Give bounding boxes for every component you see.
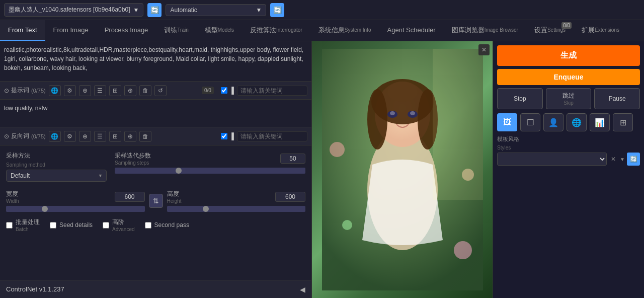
seed-details-checkbox-item[interactable]: Seed details — [50, 221, 93, 229]
tab-from-image[interactable]: From Image — [45, 20, 97, 41]
tab-interrogator-sublabel: Interrogator — [276, 27, 302, 33]
second-pass-checkbox-item[interactable]: Second pass — [145, 221, 189, 229]
model-refresh-button[interactable]: 🔄 — [147, 3, 162, 17]
negative-prompt-label: 反向词 — [11, 132, 29, 140]
scheduler-selector[interactable]: Automatic ▼ — [166, 4, 266, 16]
tab-system-info-sublabel: System Info — [345, 27, 371, 33]
generate-button[interactable]: 生成 — [497, 45, 640, 66]
neg-keyword-input[interactable] — [237, 131, 307, 141]
neg-copy2-icon-button[interactable]: ⊕ — [124, 131, 136, 142]
model-chevron-icon: ▼ — [133, 7, 139, 14]
sampling-method-label: 采样方法 — [6, 152, 107, 160]
pause-button[interactable]: Pause — [594, 88, 640, 109]
model-selector[interactable]: 墨幽人造人_v1040.safetensors [0b9e46a0b0] ▼ — [4, 3, 143, 17]
sampling-steps-value[interactable]: 50 — [280, 154, 305, 164]
styles-select[interactable] — [497, 153, 607, 166]
sampling-row: 采样方法 Sampling method Default Euler DPM++… — [6, 152, 305, 182]
sampling-method-select[interactable]: Default Euler DPM++ 2M — [6, 170, 107, 182]
model-name: 墨幽人造人_v1040.safetensors [0b9e46a0b0] — [9, 6, 130, 14]
tab-extensions[interactable]: 扩展 Extensions — [574, 20, 627, 41]
user-icon-button[interactable]: 👤 — [543, 113, 564, 131]
skip-button[interactable]: 跳过 Skip — [546, 88, 592, 109]
height-slider[interactable] — [167, 206, 306, 212]
layers-icon-button[interactable]: ❐ — [520, 113, 540, 131]
delete-icon-button[interactable]: 🗑 — [139, 85, 151, 96]
tab-train[interactable]: 训练 Train — [156, 20, 196, 41]
prompt-badge: 0/0 — [202, 87, 214, 94]
close-preview-button[interactable]: ✕ — [478, 44, 490, 55]
sampling-steps-group: 采样迭代步数 Sampling steps 50 — [115, 152, 305, 174]
globe-action-icon-button[interactable]: 🌐 — [567, 113, 587, 131]
skip-sublabel: Skip — [564, 100, 573, 106]
advanced-checkbox[interactable] — [103, 222, 109, 229]
seed-details-checkbox[interactable] — [50, 222, 56, 229]
tab-agent-scheduler[interactable]: Agent Scheduler — [379, 20, 444, 41]
tab-settings[interactable]: 设置 Settings 0/0 — [526, 20, 574, 41]
width-slider[interactable] — [6, 206, 145, 212]
negative-prompt-toggle[interactable]: ⊙ 反向词 (0/75) — [4, 132, 46, 140]
tab-interrogator[interactable]: 反推算法 Interrogator — [242, 20, 310, 41]
negative-collapse-icon: ⊙ — [4, 133, 9, 140]
batch-checkbox[interactable] — [6, 222, 13, 229]
tab-process-image[interactable]: Process Image — [97, 20, 156, 41]
svg-point-13 — [342, 220, 352, 230]
tab-image-browser[interactable]: 图库浏览器 Image Browser — [444, 20, 526, 41]
tab-system-info-label: 系统信息 — [318, 26, 345, 35]
template-icon-button[interactable]: ⊞ — [109, 85, 121, 96]
width-value[interactable]: 600 — [115, 192, 145, 202]
styles-label: 模板风格 — [497, 135, 640, 143]
tab-train-sublabel: Train — [177, 27, 188, 33]
grid-icon-button[interactable]: ⊞ — [613, 113, 633, 131]
styles-clear-button[interactable]: ✕ — [609, 155, 618, 164]
negative-prompt-area[interactable]: low quality, nsfw — [0, 100, 311, 127]
swap-dimensions-button[interactable]: ⇅ — [149, 194, 163, 208]
neg-globe-icon-button[interactable]: 🌐 — [49, 131, 61, 142]
prompt-checkbox-area: ▐ — [221, 87, 234, 94]
prompt-enable-toggle-icon: ▐ — [229, 87, 234, 94]
neg-copy-icon-button[interactable]: ⊕ — [79, 131, 91, 142]
tab-models[interactable]: 模型 Models — [197, 20, 242, 41]
chart-icon-button[interactable]: 📊 — [590, 113, 610, 131]
styles-apply-button[interactable]: 🔄 — [627, 153, 640, 166]
controlnet-label: ControlNet v1.1.237 — [6, 285, 64, 293]
tab-system-info[interactable]: 系统信息 System Info — [310, 20, 379, 41]
advanced-checkbox-item[interactable]: 高阶 Advanced — [103, 218, 134, 232]
second-pass-label: Second pass — [154, 221, 189, 229]
height-value[interactable]: 600 — [275, 192, 305, 202]
tab-extensions-label: 扩展 — [582, 26, 595, 35]
bookmark-icon-button[interactable]: ☰ — [94, 85, 106, 96]
copy-icon-button[interactable]: ⊕ — [79, 85, 91, 96]
negative-checkbox-area: ▐ — [221, 132, 234, 140]
tab-from-image-label: From Image — [53, 26, 89, 34]
image-icon-button[interactable]: 🖼 — [497, 113, 517, 131]
svg-point-14 — [454, 241, 472, 259]
top-bar: 墨幽人造人_v1040.safetensors [0b9e46a0b0] ▼ 🔄… — [0, 0, 644, 20]
neg-template-icon-button[interactable]: ⊞ — [109, 131, 121, 142]
gear-icon-button[interactable]: ⚙ — [64, 85, 76, 96]
neg-gear-icon-button[interactable]: ⚙ — [64, 131, 76, 142]
positive-prompt-area[interactable]: realistic,photorealistic,8k,ultradetail,… — [0, 41, 311, 82]
controlnet-collapse-button[interactable]: ◀ — [300, 285, 305, 293]
neg-enable-checkbox[interactable] — [221, 133, 227, 139]
scheduler-refresh-button[interactable]: 🔄 — [270, 3, 284, 17]
prompt-enable-checkbox[interactable] — [221, 87, 227, 94]
positive-prompt-toggle[interactable]: ⊙ 提示词 (0/75) — [4, 86, 46, 95]
neg-delete-icon-button[interactable]: 🗑 — [139, 131, 151, 142]
tab-settings-label: 设置 — [534, 26, 547, 35]
main-layout: realistic,photorealistic,8k,ultradetail,… — [0, 41, 644, 298]
sampling-steps-slider[interactable] — [115, 168, 305, 174]
neg-bookmark-icon-button[interactable]: ☰ — [94, 131, 106, 142]
stop-button[interactable]: Stop — [497, 88, 543, 109]
dimensions-row: 宽度 Width 600 ⇅ 高度 Height 600 — [6, 190, 305, 212]
scheduler-chevron-icon: ▼ — [256, 7, 262, 14]
keyword-input[interactable] — [237, 86, 307, 96]
refresh-icon-button[interactable]: ↺ — [154, 85, 167, 96]
advanced-label: 高阶 — [112, 218, 134, 227]
enqueue-button[interactable]: Enqueue — [497, 69, 640, 85]
globe-icon-button[interactable]: 🌐 — [49, 85, 61, 96]
styles-section: 模板风格 Styles ✕ ▼ 🔄 — [493, 135, 644, 170]
batch-checkbox-item[interactable]: 批量处理 Batch — [6, 218, 40, 232]
copy2-icon-button[interactable]: ⊕ — [124, 85, 136, 96]
tab-from-text[interactable]: From Text — [0, 20, 45, 41]
second-pass-checkbox[interactable] — [145, 222, 151, 229]
